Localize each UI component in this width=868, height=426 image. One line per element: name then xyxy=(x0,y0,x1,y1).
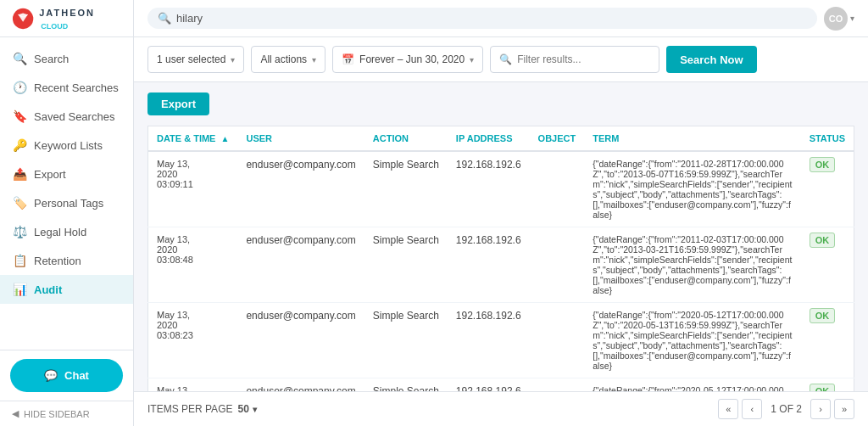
cell-ip: 192.168.192.6 xyxy=(448,378,530,392)
items-per-page: ITEMS PER PAGE 50 ▾ xyxy=(147,403,257,415)
chevron-down-icon: ▾ xyxy=(253,405,257,414)
table-row: May 13,202003:09:11 enduser@company.com … xyxy=(148,151,854,227)
cell-term: {"dateRange":{"from":"2011-02-03T17:00:0… xyxy=(584,227,800,303)
cell-user: enduser@company.com xyxy=(237,378,364,392)
cell-datetime: May 13,202003:08:20 xyxy=(148,378,238,392)
sidebar-label-recent: Recent Searches xyxy=(34,81,119,94)
hide-sidebar-button[interactable]: ◀ HIDE SIDEBAR xyxy=(0,401,133,426)
cell-ip: 192.168.192.6 xyxy=(448,151,530,227)
table-row: May 13,202003:08:20 enduser@company.com … xyxy=(148,378,854,392)
cell-object xyxy=(530,227,585,303)
cell-action: Simple Search xyxy=(364,303,448,378)
sidebar-label-audit: Audit xyxy=(34,283,62,296)
sidebar-item-export[interactable]: 📤 Export xyxy=(0,160,133,188)
col-action: ACTION xyxy=(364,126,448,152)
sidebar-label-export: Export xyxy=(34,168,66,181)
sidebar-nav: 🔍 Search 🕐 Recent Searches 🔖 Saved Searc… xyxy=(0,37,133,350)
cell-object xyxy=(530,151,585,227)
calendar-icon: 📅 xyxy=(342,53,354,65)
audit-table: DATE & TIME ▲ USER ACTION IP ADDRESS xyxy=(147,126,854,391)
cell-status: OK xyxy=(801,303,854,378)
sidebar-item-saved-searches[interactable]: 🔖 Saved Searches xyxy=(0,102,133,131)
filters-row: 1 user selected ▾ All actions ▾ 📅 Foreve… xyxy=(134,37,868,82)
tag-icon: 🏷️ xyxy=(12,196,27,210)
arrow-left-icon: ◀ xyxy=(12,408,19,419)
sidebar-label-legal: Legal Hold xyxy=(34,226,86,238)
sidebar: JATHEON CLOUD 🔍 Search 🕐 Recent Searches… xyxy=(0,0,134,426)
page-info: 1 OF 2 xyxy=(765,403,807,415)
sidebar-label-keyword: Keyword Lists xyxy=(34,139,103,152)
chat-label: Chat xyxy=(64,369,89,382)
filter-results-input[interactable] xyxy=(517,53,650,65)
col-ip: IP ADDRESS xyxy=(448,126,530,152)
user-filter-dropdown[interactable]: 1 user selected ▾ xyxy=(147,46,244,73)
content-inner: Export DATE & TIME ▲ USER ACTION xyxy=(134,82,868,391)
cell-datetime: May 13,202003:09:11 xyxy=(148,151,238,227)
sidebar-item-personal-tags[interactable]: 🏷️ Personal Tags xyxy=(0,188,133,217)
app-logo: JATHEON CLOUD xyxy=(0,0,133,37)
main-content: 🔍 CO ▾ 1 user selected ▾ All actions ▾ 📅… xyxy=(134,0,868,426)
sidebar-label-tags: Personal Tags xyxy=(34,197,103,210)
topbar-search-icon: 🔍 xyxy=(158,12,171,25)
topbar-user[interactable]: CO ▾ xyxy=(824,7,854,31)
status-badge: OK xyxy=(810,157,836,172)
date-filter-dropdown[interactable]: 📅 Forever – Jun 30, 2020 ▾ xyxy=(332,46,483,73)
avatar: CO xyxy=(824,7,848,31)
sidebar-item-retention[interactable]: 📋 Retention xyxy=(0,246,133,275)
col-term: TERM xyxy=(584,126,800,152)
cell-datetime: May 13,202003:08:23 xyxy=(148,303,238,378)
cell-term: {"dateRange":{"from":"2020-05-12T17:00:0… xyxy=(584,303,800,378)
table-footer: ITEMS PER PAGE 50 ▾ « ‹ 1 OF 2 › » xyxy=(134,391,868,426)
chevron-down-icon: ▾ xyxy=(850,14,854,23)
cell-status: OK xyxy=(801,227,854,303)
sidebar-item-audit[interactable]: 📊 Audit xyxy=(0,275,133,304)
col-object: OBJECT xyxy=(530,126,585,152)
prev-page-button[interactable]: ‹ xyxy=(742,399,762,419)
col-user: USER xyxy=(237,126,364,152)
pagination: « ‹ 1 OF 2 › » xyxy=(718,399,854,419)
filter-results-input-wrap[interactable]: 🔍 xyxy=(490,46,659,73)
chevron-down-icon: ▾ xyxy=(231,55,235,64)
chat-button[interactable]: 💬 Chat xyxy=(10,359,123,392)
cell-ip: 192.168.192.6 xyxy=(448,227,530,303)
sidebar-label-saved: Saved Searches xyxy=(34,110,114,123)
action-filter-dropdown[interactable]: All actions ▾ xyxy=(251,46,326,73)
first-page-button[interactable]: « xyxy=(718,399,738,419)
export-icon: 📤 xyxy=(12,167,27,181)
chat-icon: 💬 xyxy=(44,369,58,382)
per-page-value: 50 xyxy=(237,403,248,415)
topbar: 🔍 CO ▾ xyxy=(134,0,868,37)
search-icon: 🔍 xyxy=(12,52,27,65)
sidebar-item-search[interactable]: 🔍 Search xyxy=(0,44,133,73)
key-icon: 🔑 xyxy=(12,138,27,152)
user-filter-label: 1 user selected xyxy=(157,53,225,65)
cell-object xyxy=(530,378,585,392)
sidebar-item-keyword-lists[interactable]: 🔑 Keyword Lists xyxy=(0,131,133,160)
col-status: STATUS xyxy=(801,126,854,152)
logo-icon xyxy=(12,7,34,31)
sidebar-label-search: Search xyxy=(34,53,69,65)
cell-status: OK xyxy=(801,378,854,392)
topbar-search-input[interactable] xyxy=(176,12,807,25)
hide-sidebar-label: HIDE SIDEBAR xyxy=(24,409,90,419)
cell-status: OK xyxy=(801,151,854,227)
cell-user: enduser@company.com xyxy=(237,227,364,303)
retention-icon: 📋 xyxy=(12,254,27,267)
avatar-initials: CO xyxy=(829,14,843,24)
sidebar-item-legal-hold[interactable]: ⚖️ Legal Hold xyxy=(0,217,133,246)
status-badge: OK xyxy=(810,384,836,391)
next-page-button[interactable]: › xyxy=(810,399,831,419)
chevron-down-icon: ▾ xyxy=(470,55,474,64)
cell-term: {"dateRange":{"from":"2011-02-28T17:00:0… xyxy=(584,151,800,227)
sidebar-item-recent-searches[interactable]: 🕐 Recent Searches xyxy=(0,73,133,102)
topbar-search[interactable]: 🔍 xyxy=(147,8,817,29)
search-now-button[interactable]: Search Now xyxy=(666,46,756,73)
date-filter-label: Forever – Jun 30, 2020 xyxy=(359,53,465,65)
export-button[interactable]: Export xyxy=(147,92,209,115)
col-datetime[interactable]: DATE & TIME ▲ xyxy=(148,126,238,152)
per-page-select[interactable]: 50 ▾ xyxy=(237,403,256,415)
cell-action: Simple Search xyxy=(364,151,448,227)
cell-ip: 192.168.192.6 xyxy=(448,303,530,378)
cell-datetime: May 13,202003:08:48 xyxy=(148,227,238,303)
last-page-button[interactable]: » xyxy=(834,399,854,419)
